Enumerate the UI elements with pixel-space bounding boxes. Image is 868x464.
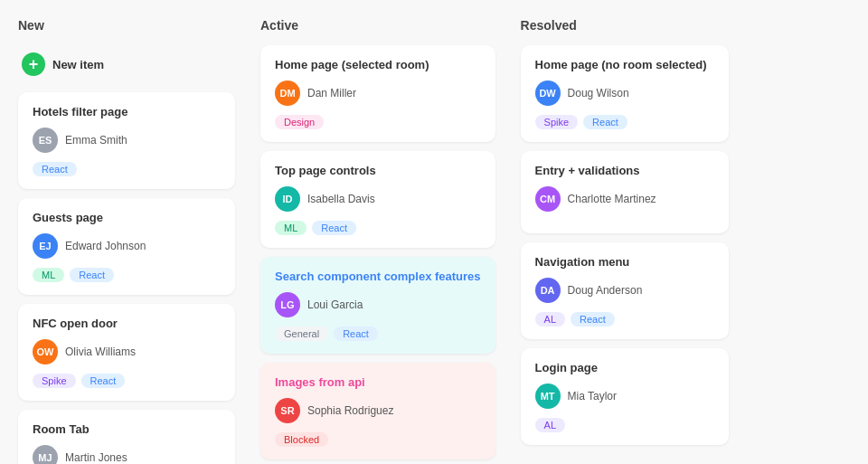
user-row: IDIsabella Davis — [275, 186, 481, 212]
tags-container: Blocked — [275, 432, 481, 447]
card-title: Home page (selected room) — [275, 58, 481, 71]
card-home-page-selected[interactable]: Home page (selected room)DMDan MillerDes… — [260, 45, 495, 142]
user-row: ESEmma Smith — [33, 128, 221, 153]
avatar: DW — [535, 80, 561, 106]
user-name: Doug Anderson — [568, 284, 643, 297]
column-new: New+New itemHotels filter pageESEmma Smi… — [18, 18, 235, 464]
user-row: OWOlivia Williams — [33, 339, 221, 365]
user-name: Edward Johnson — [65, 240, 146, 252]
tag[interactable]: ML — [275, 221, 307, 235]
user-name: Sophia Rodriguez — [307, 404, 393, 417]
column-active: ActiveHome page (selected room)DMDan Mil… — [260, 18, 495, 459]
card-title: Images from api — [275, 375, 481, 389]
tag[interactable]: Spike — [33, 374, 76, 388]
card-login-page[interactable]: Login pageMTMia TaylorAL — [521, 348, 729, 445]
card-top-page-controls[interactable]: Top page controlsIDIsabella DavisMLReact — [260, 151, 495, 248]
user-name: Mia Taylor — [568, 390, 617, 402]
tags-container: SpikeReact — [535, 115, 714, 129]
tag[interactable]: React — [334, 327, 378, 341]
user-name: Olivia Williams — [65, 346, 136, 358]
tags-container: MLReact — [33, 268, 221, 282]
card-search-component[interactable]: Search component complex featuresLGLoui … — [260, 257, 495, 354]
tag[interactable]: React — [33, 162, 77, 176]
user-row: EJEdward Johnson — [33, 233, 221, 259]
card-title: NFC open door — [33, 317, 221, 330]
avatar: DA — [535, 278, 561, 303]
card-title: Search component complex features — [275, 270, 481, 283]
kanban-board: New+New itemHotels filter pageESEmma Smi… — [18, 18, 850, 464]
card-entry-validations[interactable]: Entry + validationsCMCharlotte Martinez — [521, 151, 729, 233]
user-name: Martin Jones — [65, 451, 127, 464]
card-title: Home page (no room selected) — [535, 58, 714, 71]
user-row: MJMartin Jones — [33, 445, 221, 464]
user-name: Charlotte Martinez — [568, 193, 656, 205]
tag[interactable]: React — [70, 268, 114, 282]
user-name: Emma Smith — [65, 134, 127, 147]
avatar: MT — [535, 384, 561, 409]
user-row: LGLoui Garcia — [275, 292, 481, 317]
tag[interactable]: Spike — [535, 115, 579, 129]
tags-container: Design — [275, 115, 481, 129]
tag[interactable]: React — [81, 374, 126, 388]
avatar: CM — [535, 186, 561, 212]
user-row: DADoug Anderson — [535, 278, 714, 303]
tag[interactable]: Design — [275, 115, 324, 129]
tag[interactable]: General — [275, 327, 328, 341]
tag[interactable]: React — [583, 115, 627, 129]
user-row: DWDoug Wilson — [535, 80, 714, 106]
avatar: ES — [33, 128, 58, 153]
card-title: Hotels filter page — [33, 105, 221, 118]
avatar: SR — [275, 398, 300, 423]
tags-container: SpikeReact — [33, 374, 221, 388]
avatar: LG — [275, 292, 300, 317]
user-row: MTMia Taylor — [535, 384, 714, 409]
card-room-tab[interactable]: Room TabMJMartin JonesRooms [Detail] — [18, 410, 235, 464]
user-name: Loui Garcia — [307, 298, 363, 311]
card-title: Room Tab — [33, 422, 221, 436]
avatar: MJ — [33, 445, 58, 464]
card-nfc-open-door[interactable]: NFC open doorOWOlivia WilliamsSpikeReact — [18, 304, 235, 401]
tags-container: AL — [535, 418, 714, 432]
column-title-new: New — [18, 18, 235, 33]
avatar: ID — [275, 186, 300, 212]
tags-container: React — [33, 162, 221, 176]
card-guests-page[interactable]: Guests pageEJEdward JohnsonMLReact — [18, 198, 235, 295]
user-name: Dan Miller — [307, 87, 356, 99]
tag[interactable]: ML — [33, 268, 64, 282]
card-title: Login page — [535, 361, 714, 374]
new-item-button[interactable]: +New item — [18, 45, 235, 83]
tag[interactable]: React — [571, 312, 615, 327]
column-resolved: ResolvedHome page (no room selected)DWDo… — [521, 18, 729, 445]
column-title-resolved: Resolved — [521, 18, 729, 33]
card-title: Top page controls — [275, 164, 481, 177]
avatar: EJ — [33, 233, 58, 259]
user-row: DMDan Miller — [275, 80, 481, 106]
column-title-active: Active — [260, 18, 495, 33]
user-row: CMCharlotte Martinez — [535, 186, 714, 212]
card-hotels-filter[interactable]: Hotels filter pageESEmma SmithReact — [18, 92, 235, 189]
tags-container: MLReact — [275, 221, 481, 235]
tag[interactable]: AL — [535, 312, 565, 327]
tags-container: ALReact — [535, 312, 714, 327]
tags-container: GeneralReact — [275, 327, 481, 341]
card-title: Navigation menu — [535, 255, 714, 269]
user-name: Doug Wilson — [568, 87, 629, 99]
card-images-from-api[interactable]: Images from apiSRSophia RodriguezBlocked — [260, 363, 495, 459]
avatar: DM — [275, 80, 300, 106]
tag[interactable]: React — [312, 221, 356, 235]
user-row: SRSophia Rodriguez — [275, 398, 481, 423]
card-home-page-no-room[interactable]: Home page (no room selected)DWDoug Wilso… — [521, 45, 729, 142]
avatar: OW — [33, 339, 58, 365]
plus-icon: + — [22, 52, 45, 76]
card-title: Guests page — [33, 211, 221, 224]
card-title: Entry + validations — [535, 164, 714, 177]
tag[interactable]: Blocked — [275, 432, 328, 447]
user-name: Isabella Davis — [307, 193, 375, 205]
card-navigation-menu[interactable]: Navigation menuDADoug AndersonALReact — [521, 242, 729, 339]
tag[interactable]: AL — [535, 418, 565, 432]
new-item-label: New item — [52, 58, 104, 71]
